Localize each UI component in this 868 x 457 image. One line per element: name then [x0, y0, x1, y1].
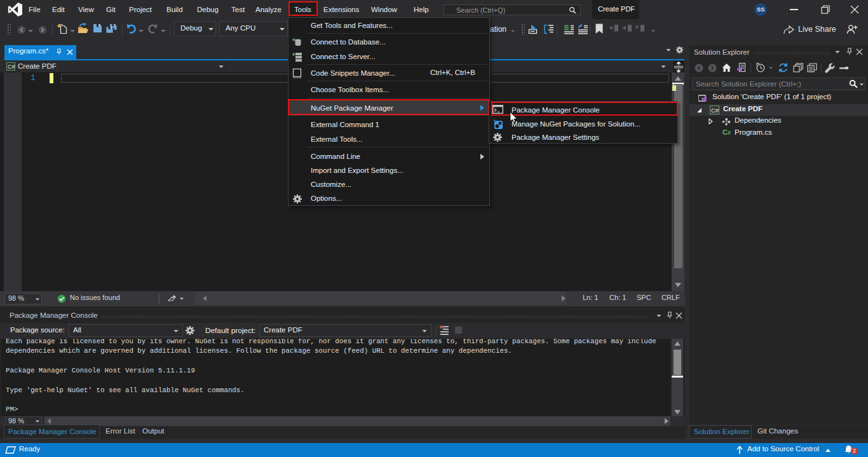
svg-text:C#: C# [711, 106, 719, 113]
svg-text:C#: C# [8, 64, 15, 70]
